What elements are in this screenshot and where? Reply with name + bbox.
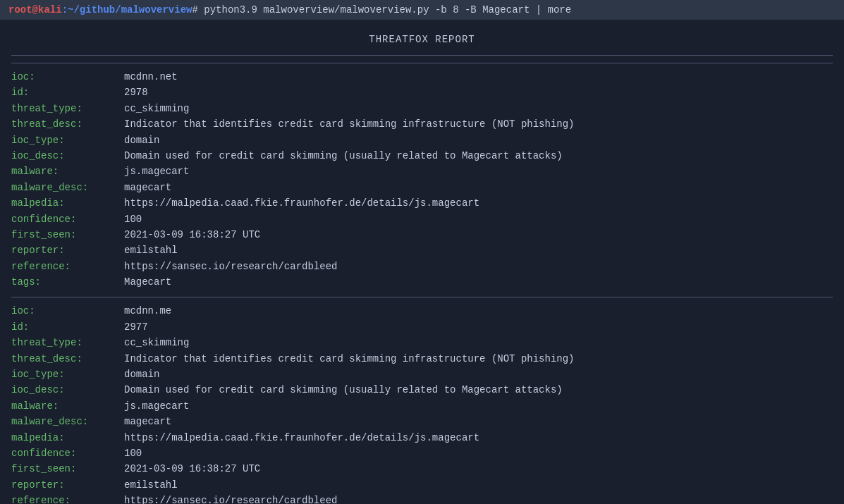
field-ioc-desc-2: ioc_desc: Domain used for credit card sk… — [11, 382, 833, 398]
field-ioc-type-1: ioc_type: domain — [11, 133, 833, 148]
field-malware-desc-1: malware_desc: magecart — [11, 180, 833, 195]
label-threat-desc-1: threat_desc: — [11, 116, 124, 132]
value-malpedia-2: https://malpedia.caad.fkie.fraunhofer.de… — [124, 430, 833, 445]
value-reference-1: https://sansec.io/research/cardbleed — [124, 259, 833, 274]
value-confidence-1: 100 — [124, 211, 833, 227]
value-threat-desc-1: Indicator that identifies credit card sk… — [124, 116, 833, 132]
field-tags-1: tags: Magecart — [11, 274, 833, 290]
label-reporter-1: reporter: — [11, 242, 124, 258]
value-id-1: 2978 — [124, 85, 833, 100]
field-id-1: id: 2978 — [11, 85, 833, 100]
value-ioc-desc-1: Domain used for credit card skimming (us… — [124, 148, 833, 164]
field-confidence-1: confidence: 100 — [11, 211, 833, 227]
field-malpedia-2: malpedia: https://malpedia.caad.fkie.fra… — [11, 430, 833, 445]
prompt-cmd: # python3.9 malwoverview/malwoverview.py… — [192, 4, 571, 16]
label-reference-2: reference: — [11, 493, 124, 504]
value-malware-desc-2: magecart — [124, 414, 833, 429]
field-reference-2: reference: https://sansec.io/research/ca… — [11, 493, 833, 504]
value-first-seen-1: 2021-03-09 16:38:27 UTC — [124, 227, 833, 242]
prompt-path: :~/github/malwoverview — [62, 4, 192, 16]
field-reference-1: reference: https://sansec.io/research/ca… — [11, 259, 833, 274]
label-id-1: id: — [11, 85, 124, 100]
value-threat-desc-2: Indicator that identifies credit card sk… — [124, 351, 833, 367]
label-first-seen-1: first_seen: — [11, 227, 124, 242]
value-tags-1: Magecart — [124, 274, 833, 290]
label-malware-1: malware: — [11, 164, 124, 179]
label-tags-1: tags: — [11, 274, 124, 290]
field-first-seen-2: first_seen: 2021-03-09 16:38:27 UTC — [11, 461, 833, 477]
label-malware-desc-1: malware_desc: — [11, 180, 124, 195]
label-confidence-1: confidence: — [11, 211, 124, 227]
value-malware-1: js.magecart — [124, 164, 833, 179]
prompt-user: root@kali — [8, 4, 62, 16]
label-malware-2: malware: — [11, 398, 124, 414]
value-reporter-1: emilstahl — [124, 242, 833, 258]
label-ioc-type-2: ioc_type: — [11, 367, 124, 382]
field-malware-1: malware: js.magecart — [11, 164, 833, 179]
title-bar: root@kali :~/github/malwoverview # pytho… — [0, 0, 844, 20]
label-malpedia-2: malpedia: — [11, 430, 124, 445]
label-ioc-1: ioc: — [11, 69, 124, 85]
content: THREATFOX REPORT ioc: mcdnn.net id: 2978… — [0, 20, 844, 504]
label-confidence-2: confidence: — [11, 445, 124, 461]
field-ioc-1: ioc: mcdnn.net — [11, 69, 833, 85]
value-first-seen-2: 2021-03-09 16:38:27 UTC — [124, 461, 833, 477]
label-malware-desc-2: malware_desc: — [11, 414, 124, 429]
field-threat-desc-2: threat_desc: Indicator that identifies c… — [11, 351, 833, 367]
label-malpedia-1: malpedia: — [11, 195, 124, 211]
label-ioc-type-1: ioc_type: — [11, 133, 124, 148]
record-1-separator — [11, 63, 833, 63]
record-2: ioc: mcdnn.me id: 2977 threat_type: cc_s… — [11, 297, 833, 504]
label-first-seen-2: first_seen: — [11, 461, 124, 477]
label-reporter-2: reporter: — [11, 477, 124, 493]
label-threat-desc-2: threat_desc: — [11, 351, 124, 367]
field-confidence-2: confidence: 100 — [11, 445, 833, 461]
field-threat-type-1: threat_type: cc_skimming — [11, 101, 833, 116]
field-malpedia-1: malpedia: https://malpedia.caad.fkie.fra… — [11, 195, 833, 211]
field-first-seen-1: first_seen: 2021-03-09 16:38:27 UTC — [11, 227, 833, 242]
value-ioc-1: mcdnn.net — [124, 69, 833, 85]
value-id-2: 2977 — [124, 319, 833, 335]
field-ioc-type-2: ioc_type: domain — [11, 367, 833, 382]
record-1: ioc: mcdnn.net id: 2978 threat_type: cc_… — [11, 63, 833, 290]
field-ioc-2: ioc: mcdnn.me — [11, 303, 833, 319]
field-reporter-2: reporter: emilstahl — [11, 477, 833, 493]
prompt-path-text: ~/github/malwoverview — [68, 4, 192, 16]
terminal: root@kali :~/github/malwoverview # pytho… — [0, 0, 844, 504]
prompt-separator: : — [62, 4, 68, 16]
value-malpedia-1: https://malpedia.caad.fkie.fraunhofer.de… — [124, 195, 833, 211]
record-2-separator — [11, 297, 833, 297]
value-malware-desc-1: magecart — [124, 180, 833, 195]
report-title: THREATFOX REPORT — [11, 27, 833, 51]
field-threat-desc-1: threat_desc: Indicator that identifies c… — [11, 116, 833, 132]
value-ioc-2: mcdnn.me — [124, 303, 833, 319]
field-malware-desc-2: malware_desc: magecart — [11, 414, 833, 429]
value-reference-2: https://sansec.io/research/cardbleed — [124, 493, 833, 504]
label-threat-type-2: threat_type: — [11, 335, 124, 350]
label-reference-1: reference: — [11, 259, 124, 274]
field-id-2: id: 2977 — [11, 319, 833, 335]
value-threat-type-1: cc_skimming — [124, 101, 833, 116]
label-ioc-desc-2: ioc_desc: — [11, 382, 124, 398]
value-malware-2: js.magecart — [124, 398, 833, 414]
title-separator — [11, 55, 833, 56]
value-ioc-type-1: domain — [124, 133, 833, 148]
field-reporter-1: reporter: emilstahl — [11, 242, 833, 258]
label-ioc-2: ioc: — [11, 303, 124, 319]
value-reporter-2: emilstahl — [124, 477, 833, 493]
field-threat-type-2: threat_type: cc_skimming — [11, 335, 833, 350]
value-ioc-type-2: domain — [124, 367, 833, 382]
label-id-2: id: — [11, 319, 124, 335]
label-ioc-desc-1: ioc_desc: — [11, 148, 124, 164]
label-threat-type-1: threat_type: — [11, 101, 124, 116]
field-malware-2: malware: js.magecart — [11, 398, 833, 414]
field-ioc-desc-1: ioc_desc: Domain used for credit card sk… — [11, 148, 833, 164]
value-confidence-2: 100 — [124, 445, 833, 461]
value-threat-type-2: cc_skimming — [124, 335, 833, 350]
value-ioc-desc-2: Domain used for credit card skimming (us… — [124, 382, 833, 398]
